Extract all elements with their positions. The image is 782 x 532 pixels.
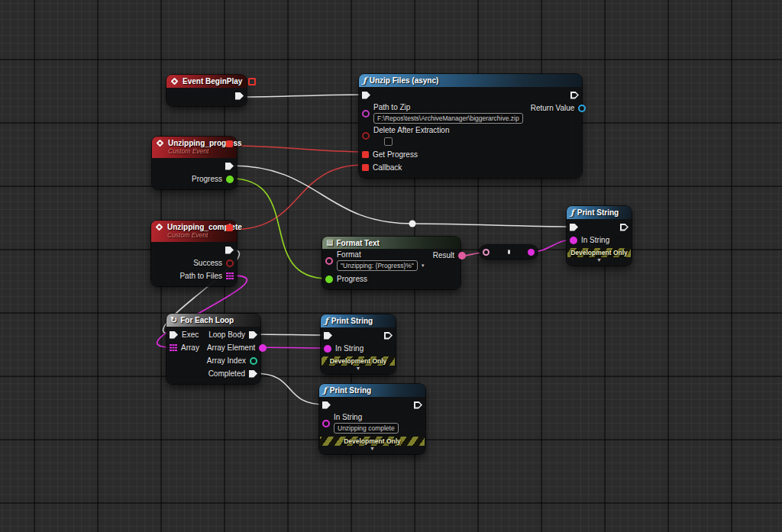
to-string-conversion-node[interactable]: [480, 245, 538, 259]
array-index-label: Array Index: [207, 356, 246, 366]
result-label: Result: [433, 251, 454, 260]
node-title: Print String: [577, 208, 619, 217]
completed-pin[interactable]: [249, 370, 257, 378]
development-only-banner: Development Only: [567, 248, 631, 257]
node-subtitle: Custom Event: [168, 148, 242, 156]
conversion-in-pin[interactable]: [483, 249, 490, 256]
exec-out-pin[interactable]: [225, 247, 234, 254]
function-icon: ƒ: [325, 316, 328, 326]
event-icon: [157, 140, 164, 147]
exec-in-pin[interactable]: [324, 332, 332, 340]
exec-out-pin[interactable]: [235, 92, 244, 100]
path-to-zip-field[interactable]: F:\Repos\tests\ArchiveManager\biggerarch…: [373, 113, 523, 124]
in-string-label: In String: [334, 413, 399, 422]
format-pin[interactable]: [325, 257, 333, 265]
node-title: For Each Loop: [180, 316, 234, 324]
exec-out-pin[interactable]: [570, 92, 579, 99]
delegate-pin[interactable]: [248, 78, 256, 85]
array-index-pin[interactable]: [250, 357, 257, 365]
exec-in-pin[interactable]: [570, 224, 578, 231]
loop-body-pin[interactable]: [249, 331, 257, 339]
node-format-text[interactable]: ▤ Format Text Format "Unzipping: {Progre…: [322, 237, 460, 289]
get-progress-label: Get Progress: [373, 150, 418, 160]
node-header: ƒ Print String: [321, 314, 396, 327]
format-field[interactable]: "Unzipping: {Progress}%": [337, 260, 418, 271]
conversion-out-pin[interactable]: [528, 249, 535, 256]
path-to-zip-label: Path to Zip: [373, 103, 523, 112]
node-header: Unzipping_progress Custom Event: [152, 137, 237, 158]
exec-out-pin[interactable]: [384, 332, 393, 340]
wire-exec-beginplay-to-unzip[interactable]: [239, 95, 365, 97]
array-label: Array: [181, 343, 199, 353]
node-title: Print String: [331, 317, 373, 325]
exec-in-pin[interactable]: [170, 331, 178, 339]
function-icon: ƒ: [363, 76, 367, 85]
wire-exec-loopbody-to-print[interactable]: [254, 334, 327, 335]
exec-out-pin[interactable]: [414, 401, 422, 409]
delete-after-extraction-label: Delete After Extraction: [373, 126, 450, 135]
progress-pin[interactable]: [226, 176, 234, 183]
exec-out-pin[interactable]: [620, 224, 629, 231]
node-event-beginplay[interactable]: Event BeginPlay: [166, 75, 247, 106]
expand-arrow-icon[interactable]: ▼: [321, 366, 396, 372]
delegate-pin[interactable]: [226, 140, 233, 147]
return-value-pin[interactable]: [578, 105, 586, 112]
node-title: Event BeginPlay: [183, 77, 242, 85]
delete-after-extraction-checkbox[interactable]: [384, 137, 393, 146]
wire-delegate-complete-to-callback[interactable]: [232, 165, 364, 230]
dropdown-arrow-icon[interactable]: ▼: [421, 263, 425, 268]
node-header: ƒ Print String: [567, 206, 632, 219]
node-unzip-files[interactable]: ƒ Unzip Files (async) Path to Zip F:\Rep…: [359, 74, 582, 178]
node-unzipping-complete[interactable]: Unzipping_complete Custom Event Success …: [151, 221, 237, 286]
return-value-label: Return Value: [531, 104, 575, 113]
node-for-each-loop[interactable]: ↻ For Each Loop Exec Loop Body Array Arr…: [166, 314, 260, 384]
in-string-pin[interactable]: [324, 345, 331, 353]
delegate-pin[interactable]: [226, 224, 233, 231]
node-print-string-progress[interactable]: ƒ Print String In String Development Onl…: [567, 206, 632, 266]
node-print-string-complete[interactable]: ƒ Print String In String Unzipping compl…: [319, 384, 425, 454]
in-string-pin[interactable]: [322, 420, 330, 427]
node-print-string-element[interactable]: ƒ Print String In String Development Onl…: [321, 314, 396, 374]
path-to-files-pin[interactable]: [226, 272, 234, 280]
delete-after-extraction-pin[interactable]: [362, 132, 370, 140]
in-string-label: In String: [581, 236, 609, 245]
reroute-node[interactable]: [409, 221, 416, 227]
conversion-icon: [508, 250, 510, 254]
node-title: Format Text: [336, 239, 380, 247]
wire-delegate-progress-to-getprogress[interactable]: [232, 146, 364, 152]
path-to-zip-pin[interactable]: [362, 110, 370, 118]
node-header: Event BeginPlay: [166, 75, 247, 88]
expand-arrow-icon[interactable]: ▼: [567, 257, 632, 264]
exec-out-pin[interactable]: [225, 163, 234, 170]
exec-in-pin[interactable]: [322, 401, 331, 409]
format-text-icon: ▤: [326, 239, 333, 247]
array-element-pin[interactable]: [259, 344, 267, 352]
development-only-banner: Development Only: [322, 356, 395, 366]
array-pin[interactable]: [170, 344, 177, 352]
get-progress-pin[interactable]: [362, 151, 369, 158]
blueprint-canvas[interactable]: Event BeginPlay ƒ Unzip Files (async) Pa…: [0, 0, 782, 532]
progress-label: Progress: [192, 175, 222, 184]
development-only-banner: Development Only: [320, 437, 425, 446]
node-title: Unzip Files (async): [370, 76, 439, 85]
format-label: Format: [337, 250, 425, 260]
path-to-files-label: Path to Files: [179, 272, 222, 281]
expand-arrow-icon[interactable]: ▼: [319, 446, 425, 453]
success-pin[interactable]: [226, 260, 234, 267]
node-unzipping-progress[interactable]: Unzipping_progress Custom Event Progress: [152, 137, 237, 189]
wire-exec-completed-to-print[interactable]: [254, 373, 325, 405]
exec-in-pin[interactable]: [362, 92, 370, 99]
completed-label: Completed: [208, 369, 245, 379]
loop-icon: ↻: [170, 316, 177, 324]
node-title: Print String: [330, 386, 371, 395]
node-header: ƒ Unzip Files (async): [359, 74, 582, 87]
in-string-pin[interactable]: [570, 237, 577, 244]
callback-pin[interactable]: [362, 164, 369, 171]
event-icon: [156, 224, 163, 231]
progress-pin[interactable]: [325, 276, 333, 283]
result-pin[interactable]: [458, 252, 466, 260]
in-string-field[interactable]: Unzipping complete: [334, 423, 399, 434]
node-subtitle: Custom Event: [167, 232, 242, 240]
wire-exec-reroute-to-printstring[interactable]: [412, 224, 573, 227]
callback-label: Callback: [373, 163, 402, 172]
